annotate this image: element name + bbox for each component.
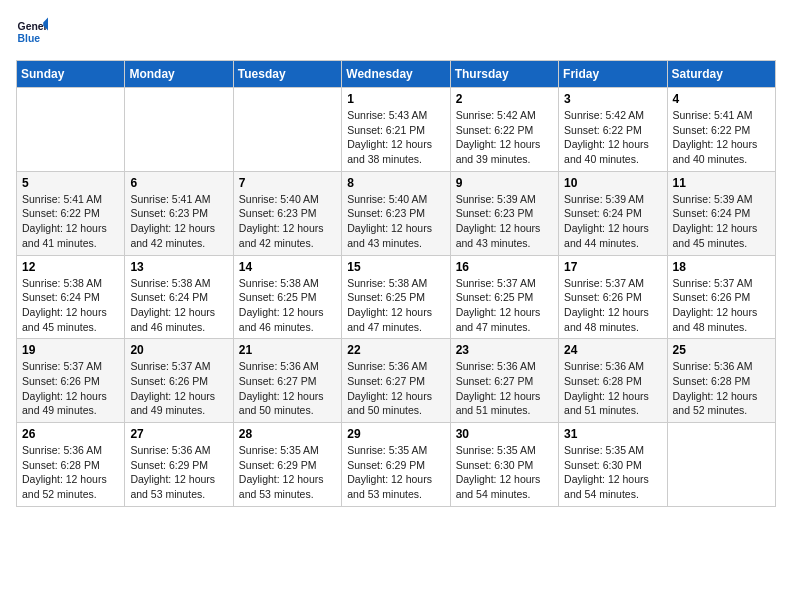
calendar-day-cell: 6Sunrise: 5:41 AM Sunset: 6:23 PM Daylig… bbox=[125, 171, 233, 255]
calendar-day-cell: 21Sunrise: 5:36 AM Sunset: 6:27 PM Dayli… bbox=[233, 339, 341, 423]
calendar-day-cell: 22Sunrise: 5:36 AM Sunset: 6:27 PM Dayli… bbox=[342, 339, 450, 423]
calendar-day-cell: 14Sunrise: 5:38 AM Sunset: 6:25 PM Dayli… bbox=[233, 255, 341, 339]
day-info: Sunrise: 5:35 AM Sunset: 6:29 PM Dayligh… bbox=[239, 443, 336, 502]
calendar-day-cell: 4Sunrise: 5:41 AM Sunset: 6:22 PM Daylig… bbox=[667, 88, 775, 172]
day-info: Sunrise: 5:39 AM Sunset: 6:24 PM Dayligh… bbox=[564, 192, 661, 251]
calendar-day-cell: 9Sunrise: 5:39 AM Sunset: 6:23 PM Daylig… bbox=[450, 171, 558, 255]
day-info: Sunrise: 5:37 AM Sunset: 6:26 PM Dayligh… bbox=[564, 276, 661, 335]
day-number: 6 bbox=[130, 176, 227, 190]
day-number: 30 bbox=[456, 427, 553, 441]
empty-day-cell bbox=[125, 88, 233, 172]
day-number: 18 bbox=[673, 260, 770, 274]
day-number: 17 bbox=[564, 260, 661, 274]
day-info: Sunrise: 5:36 AM Sunset: 6:28 PM Dayligh… bbox=[564, 359, 661, 418]
day-info: Sunrise: 5:41 AM Sunset: 6:22 PM Dayligh… bbox=[673, 108, 770, 167]
day-info: Sunrise: 5:37 AM Sunset: 6:26 PM Dayligh… bbox=[673, 276, 770, 335]
day-info: Sunrise: 5:42 AM Sunset: 6:22 PM Dayligh… bbox=[564, 108, 661, 167]
day-info: Sunrise: 5:36 AM Sunset: 6:28 PM Dayligh… bbox=[22, 443, 119, 502]
weekday-header: Thursday bbox=[450, 61, 558, 88]
calendar-day-cell: 30Sunrise: 5:35 AM Sunset: 6:30 PM Dayli… bbox=[450, 423, 558, 507]
day-info: Sunrise: 5:42 AM Sunset: 6:22 PM Dayligh… bbox=[456, 108, 553, 167]
day-info: Sunrise: 5:35 AM Sunset: 6:30 PM Dayligh… bbox=[456, 443, 553, 502]
calendar-day-cell: 17Sunrise: 5:37 AM Sunset: 6:26 PM Dayli… bbox=[559, 255, 667, 339]
day-info: Sunrise: 5:39 AM Sunset: 6:24 PM Dayligh… bbox=[673, 192, 770, 251]
day-number: 7 bbox=[239, 176, 336, 190]
calendar-table: SundayMondayTuesdayWednesdayThursdayFrid… bbox=[16, 60, 776, 507]
calendar-day-cell: 16Sunrise: 5:37 AM Sunset: 6:25 PM Dayli… bbox=[450, 255, 558, 339]
day-info: Sunrise: 5:36 AM Sunset: 6:28 PM Dayligh… bbox=[673, 359, 770, 418]
calendar-day-cell: 25Sunrise: 5:36 AM Sunset: 6:28 PM Dayli… bbox=[667, 339, 775, 423]
calendar-week-row: 26Sunrise: 5:36 AM Sunset: 6:28 PM Dayli… bbox=[17, 423, 776, 507]
day-info: Sunrise: 5:38 AM Sunset: 6:24 PM Dayligh… bbox=[22, 276, 119, 335]
weekday-header: Friday bbox=[559, 61, 667, 88]
calendar-day-cell: 5Sunrise: 5:41 AM Sunset: 6:22 PM Daylig… bbox=[17, 171, 125, 255]
day-number: 9 bbox=[456, 176, 553, 190]
day-number: 14 bbox=[239, 260, 336, 274]
day-number: 24 bbox=[564, 343, 661, 357]
svg-text:Blue: Blue bbox=[18, 33, 41, 44]
empty-day-cell bbox=[667, 423, 775, 507]
day-number: 8 bbox=[347, 176, 444, 190]
day-number: 15 bbox=[347, 260, 444, 274]
day-info: Sunrise: 5:43 AM Sunset: 6:21 PM Dayligh… bbox=[347, 108, 444, 167]
day-info: Sunrise: 5:41 AM Sunset: 6:22 PM Dayligh… bbox=[22, 192, 119, 251]
day-info: Sunrise: 5:37 AM Sunset: 6:25 PM Dayligh… bbox=[456, 276, 553, 335]
day-info: Sunrise: 5:36 AM Sunset: 6:27 PM Dayligh… bbox=[239, 359, 336, 418]
calendar-day-cell: 27Sunrise: 5:36 AM Sunset: 6:29 PM Dayli… bbox=[125, 423, 233, 507]
calendar-day-cell: 15Sunrise: 5:38 AM Sunset: 6:25 PM Dayli… bbox=[342, 255, 450, 339]
day-info: Sunrise: 5:35 AM Sunset: 6:29 PM Dayligh… bbox=[347, 443, 444, 502]
page-header: General Blue bbox=[16, 16, 776, 48]
empty-day-cell bbox=[17, 88, 125, 172]
day-number: 21 bbox=[239, 343, 336, 357]
day-number: 23 bbox=[456, 343, 553, 357]
calendar-day-cell: 18Sunrise: 5:37 AM Sunset: 6:26 PM Dayli… bbox=[667, 255, 775, 339]
day-number: 5 bbox=[22, 176, 119, 190]
calendar-week-row: 19Sunrise: 5:37 AM Sunset: 6:26 PM Dayli… bbox=[17, 339, 776, 423]
calendar-week-row: 5Sunrise: 5:41 AM Sunset: 6:22 PM Daylig… bbox=[17, 171, 776, 255]
calendar-header-row: SundayMondayTuesdayWednesdayThursdayFrid… bbox=[17, 61, 776, 88]
day-number: 2 bbox=[456, 92, 553, 106]
day-number: 28 bbox=[239, 427, 336, 441]
calendar-day-cell: 10Sunrise: 5:39 AM Sunset: 6:24 PM Dayli… bbox=[559, 171, 667, 255]
calendar-day-cell: 13Sunrise: 5:38 AM Sunset: 6:24 PM Dayli… bbox=[125, 255, 233, 339]
day-info: Sunrise: 5:41 AM Sunset: 6:23 PM Dayligh… bbox=[130, 192, 227, 251]
calendar-day-cell: 20Sunrise: 5:37 AM Sunset: 6:26 PM Dayli… bbox=[125, 339, 233, 423]
calendar-day-cell: 28Sunrise: 5:35 AM Sunset: 6:29 PM Dayli… bbox=[233, 423, 341, 507]
day-info: Sunrise: 5:35 AM Sunset: 6:30 PM Dayligh… bbox=[564, 443, 661, 502]
calendar-week-row: 1Sunrise: 5:43 AM Sunset: 6:21 PM Daylig… bbox=[17, 88, 776, 172]
day-number: 10 bbox=[564, 176, 661, 190]
calendar-day-cell: 11Sunrise: 5:39 AM Sunset: 6:24 PM Dayli… bbox=[667, 171, 775, 255]
day-info: Sunrise: 5:36 AM Sunset: 6:27 PM Dayligh… bbox=[347, 359, 444, 418]
day-info: Sunrise: 5:36 AM Sunset: 6:29 PM Dayligh… bbox=[130, 443, 227, 502]
calendar-day-cell: 23Sunrise: 5:36 AM Sunset: 6:27 PM Dayli… bbox=[450, 339, 558, 423]
empty-day-cell bbox=[233, 88, 341, 172]
calendar-day-cell: 24Sunrise: 5:36 AM Sunset: 6:28 PM Dayli… bbox=[559, 339, 667, 423]
day-number: 20 bbox=[130, 343, 227, 357]
day-number: 29 bbox=[347, 427, 444, 441]
day-number: 4 bbox=[673, 92, 770, 106]
calendar-day-cell: 31Sunrise: 5:35 AM Sunset: 6:30 PM Dayli… bbox=[559, 423, 667, 507]
calendar-day-cell: 2Sunrise: 5:42 AM Sunset: 6:22 PM Daylig… bbox=[450, 88, 558, 172]
calendar-day-cell: 12Sunrise: 5:38 AM Sunset: 6:24 PM Dayli… bbox=[17, 255, 125, 339]
day-number: 19 bbox=[22, 343, 119, 357]
day-info: Sunrise: 5:37 AM Sunset: 6:26 PM Dayligh… bbox=[130, 359, 227, 418]
calendar-day-cell: 8Sunrise: 5:40 AM Sunset: 6:23 PM Daylig… bbox=[342, 171, 450, 255]
calendar-day-cell: 26Sunrise: 5:36 AM Sunset: 6:28 PM Dayli… bbox=[17, 423, 125, 507]
day-number: 1 bbox=[347, 92, 444, 106]
day-number: 16 bbox=[456, 260, 553, 274]
day-number: 25 bbox=[673, 343, 770, 357]
day-info: Sunrise: 5:36 AM Sunset: 6:27 PM Dayligh… bbox=[456, 359, 553, 418]
weekday-header: Sunday bbox=[17, 61, 125, 88]
calendar-day-cell: 7Sunrise: 5:40 AM Sunset: 6:23 PM Daylig… bbox=[233, 171, 341, 255]
day-info: Sunrise: 5:40 AM Sunset: 6:23 PM Dayligh… bbox=[239, 192, 336, 251]
calendar-day-cell: 1Sunrise: 5:43 AM Sunset: 6:21 PM Daylig… bbox=[342, 88, 450, 172]
calendar-day-cell: 3Sunrise: 5:42 AM Sunset: 6:22 PM Daylig… bbox=[559, 88, 667, 172]
day-info: Sunrise: 5:39 AM Sunset: 6:23 PM Dayligh… bbox=[456, 192, 553, 251]
day-number: 27 bbox=[130, 427, 227, 441]
weekday-header: Tuesday bbox=[233, 61, 341, 88]
weekday-header: Monday bbox=[125, 61, 233, 88]
day-info: Sunrise: 5:37 AM Sunset: 6:26 PM Dayligh… bbox=[22, 359, 119, 418]
weekday-header: Saturday bbox=[667, 61, 775, 88]
day-number: 22 bbox=[347, 343, 444, 357]
day-number: 13 bbox=[130, 260, 227, 274]
